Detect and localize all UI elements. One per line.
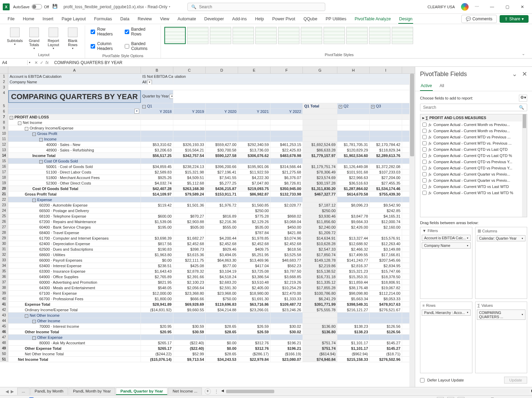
row-header[interactable]: 49 [0, 346, 8, 351]
table-row[interactable]: 2Company Name All▾ [0, 79, 415, 85]
row-header[interactable]: 22 [0, 197, 8, 202]
table-row[interactable]: 3162500 · Dues and Subscriptions$190.83$… [0, 247, 415, 252]
expand-collapse-icon[interactable]: - [39, 160, 43, 164]
fields-search[interactable]: 🔍 [420, 104, 527, 111]
table-row[interactable]: 43-Net Other Income [0, 313, 415, 318]
user-avatar-icon[interactable] [461, 3, 469, 11]
view-page-break-icon[interactable] [458, 397, 464, 398]
toggle-switch[interactable] [32, 4, 42, 9]
subtotals-button[interactable]: Subtotals▾ [6, 25, 23, 46]
row-header[interactable]: 5 [0, 103, 8, 108]
style-thumb[interactable] [210, 27, 231, 44]
table-row[interactable]: 2868400 · Travel Expense$787.84$421.88$1… [0, 230, 415, 235]
save-icon[interactable]: 💾 [52, 4, 59, 10]
row-header[interactable]: 25 [0, 213, 8, 219]
style-thumb[interactable] [324, 27, 345, 44]
ribbon-tab-automate[interactable]: Automate [173, 14, 200, 23]
ribbon-display-icon[interactable]: 〰 [475, 4, 479, 9]
table-row[interactable]: 46Other Income Total$20.95$30.59$28.65$2… [0, 329, 415, 335]
field-checkbox[interactable] [422, 172, 427, 176]
field-list[interactable]: ▸ ∑ PROFIT AND LOSS MEASURES fxCompare A… [420, 114, 527, 217]
grand-totals-button[interactable]: Grand Totals▾ [25, 25, 43, 50]
sheet-tab[interactable]: Net Income ... [168, 388, 202, 395]
field-item[interactable]: fxCompare Actual - Current QTD vs Previo… [420, 159, 527, 165]
table-row[interactable]: 3967100 · Rent Expense$12,000.00$23,368.… [0, 291, 415, 296]
table-row[interactable]: 47-Other Expense [0, 335, 415, 340]
banded-columns-checkbox[interactable]: Banded Columns [123, 40, 157, 52]
defer-update-checkbox[interactable] [420, 378, 424, 383]
quarter-header[interactable]: +Q2 [337, 103, 370, 108]
expand-collapse-icon[interactable]: - [25, 314, 28, 318]
row-header[interactable]: 29 [0, 235, 8, 241]
field-checkbox[interactable] [422, 185, 427, 189]
field-checkbox[interactable] [422, 123, 427, 127]
field-item[interactable]: fxCompare Actual - Current MTD vs Previo… [420, 134, 527, 140]
col-header[interactable]: C [173, 67, 206, 73]
ribbon-tab-pp-utilities[interactable]: PP Utilities [321, 14, 350, 23]
autosave-toggle[interactable]: AutoSave Off [13, 4, 49, 9]
table-row[interactable]: 49Other Expense Total$265.17($22.40)$0.0… [0, 346, 415, 351]
share-button[interactable]: ⇪ Share ▾ [500, 15, 529, 23]
filters-area[interactable]: ▼Filters Account is EBITDA Calc...▾ Comp… [420, 227, 472, 299]
field-checkbox[interactable] [422, 154, 427, 158]
row-header[interactable]: 17 [0, 169, 8, 175]
area-item[interactable]: Calendar: Quarter-Year▾ [477, 235, 526, 241]
table-row[interactable]: 1851800 · Merchant Account Fees$925.26$4… [0, 175, 415, 180]
expand-collapse-icon[interactable]: - [32, 320, 36, 323]
expand-collapse-icon[interactable]: - [18, 122, 21, 125]
fields-search-input[interactable] [423, 105, 519, 110]
table-row[interactable]: 14Income Total$56,517.25$342,757.54$590,… [0, 153, 415, 158]
formula-input[interactable]: COMPARING QUARTERS BY YEAR [51, 60, 532, 65]
style-thumb[interactable] [164, 27, 186, 44]
field-checkbox[interactable] [422, 178, 427, 182]
blank-rows-button[interactable]: Blank Rows▾ [64, 25, 81, 50]
table-row[interactable]: 4COMPARING QUARTERS BY YEAR Quarter by Y… [0, 90, 415, 103]
table-row[interactable]: 2961700 · Computer and Internet Expenses… [0, 235, 415, 241]
ribbon-tab-design[interactable]: Design [395, 14, 417, 23]
style-thumb[interactable] [255, 27, 277, 44]
ribbon-tab-help[interactable]: Help [251, 14, 268, 23]
row-header[interactable]: 44 [0, 318, 8, 323]
row-header[interactable]: 26 [0, 219, 8, 224]
table-row[interactable]: 1751100 · Direct Labor Costs$2,589.83$15… [0, 169, 415, 175]
style-thumb[interactable] [233, 27, 254, 44]
quarter-dropdown[interactable]: Quarter by Year▾ [141, 90, 173, 103]
add-sheet-button[interactable]: + [205, 388, 211, 395]
ribbon-tab-power-pivot[interactable]: Power Pivot [268, 14, 299, 23]
field-checkbox[interactable] [422, 191, 427, 195]
field-group-header[interactable]: ▸ ∑ PROFIT AND LOSS MEASURES [420, 114, 527, 122]
filename-dropdown-icon[interactable]: ▾ [169, 5, 170, 8]
row-header[interactable]: 42 [0, 307, 8, 312]
ribbon-tab-data[interactable]: Data [116, 14, 133, 23]
row-header[interactable]: 38 [0, 285, 8, 290]
row-header[interactable]: 35 [0, 269, 8, 274]
table-row[interactable]: 3760000 · Advertising and Promotion$821.… [0, 280, 415, 285]
row-header[interactable]: 43 [0, 313, 8, 318]
fx-icon[interactable]: fx [45, 60, 49, 65]
table-row[interactable]: 3664900 · Office Supplies$2,765.89$2,391… [0, 274, 415, 280]
quarter-header[interactable]: -Q1 [141, 103, 173, 108]
ribbon-collapse-icon[interactable]: ⌄ [518, 49, 529, 58]
ribbon-tab-add-ins[interactable]: Add-ins [228, 14, 251, 23]
style-thumb[interactable] [369, 27, 390, 44]
row-header[interactable]: 18 [0, 175, 8, 180]
ribbon-tab-developer[interactable]: Developer [200, 14, 228, 23]
table-row[interactable]: 21Gross Profit Total$14,109.97$79,589.24… [0, 191, 415, 197]
field-item[interactable]: fxCompare Actual - Current WTD vs Last W… [420, 184, 527, 190]
row-header[interactable]: 39 [0, 291, 8, 296]
view-page-layout-icon[interactable] [447, 397, 454, 398]
table-row[interactable]: 9-Ordinary Income/Expense [0, 125, 415, 131]
quarter-header[interactable]: +Q3 [370, 103, 402, 108]
row-header[interactable]: 13 [0, 147, 8, 153]
search-box[interactable]: 🔍 [187, 3, 325, 11]
row-header[interactable]: 23 [0, 202, 8, 208]
field-checkbox[interactable] [422, 141, 427, 145]
ribbon-tab-pivottable-analyze[interactable]: PivotTable Analyze [350, 14, 395, 23]
row-header[interactable]: 51 [0, 357, 8, 362]
rows-area[interactable]: ≡Rows PandL Hierarchy : Acco...▾ [420, 302, 472, 374]
row-header[interactable]: 20 [0, 186, 8, 191]
expand-collapse-icon[interactable]: - [39, 138, 43, 142]
table-row[interactable]: 3062400 · Depreciation Expense$817.56$2,… [0, 241, 415, 247]
row-header[interactable]: 28 [0, 230, 8, 235]
filter-value[interactable]: All▾ [141, 79, 173, 84]
